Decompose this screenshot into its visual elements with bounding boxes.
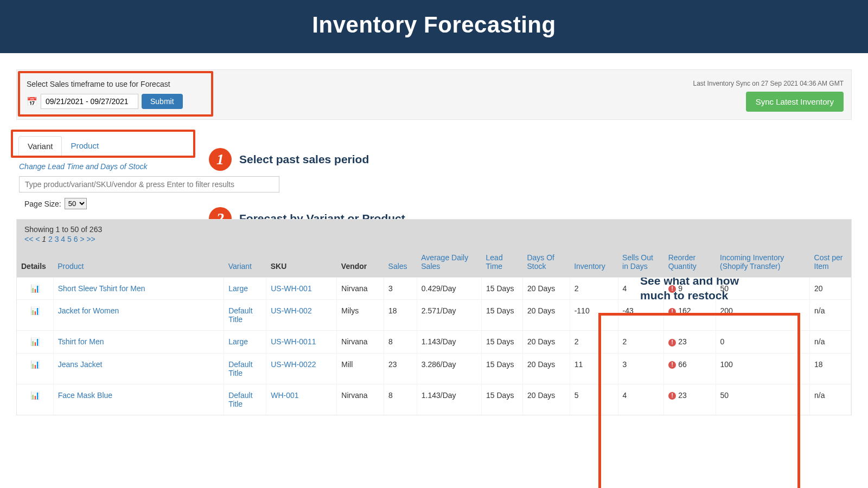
- inv-cell: 5: [570, 384, 618, 415]
- avg-cell: 1.143/Day: [417, 384, 481, 415]
- sku-link[interactable]: US-WH-0022: [271, 360, 316, 369]
- lead-cell: 15 Days: [482, 300, 523, 331]
- sync-button[interactable]: Sync Latest Inventory: [746, 92, 844, 112]
- col-cost[interactable]: Cost per Item: [810, 248, 851, 278]
- timeframe-label: Select Sales timeframe to use for Foreca…: [27, 80, 205, 88]
- variant-link[interactable]: Default Title: [228, 306, 252, 324]
- vendor-cell: Nirvana: [337, 278, 384, 300]
- calendar-icon: 📅: [27, 97, 37, 107]
- warning-icon: !: [668, 285, 676, 293]
- inv-cell: -110: [570, 300, 618, 331]
- chart-icon[interactable]: 📊: [30, 337, 40, 346]
- page-size: Page Size: 50: [24, 198, 868, 209]
- sync-box: Last Inventory Sync on 27 Sep 2021 04:36…: [693, 80, 844, 112]
- chart-icon[interactable]: 📊: [30, 306, 40, 315]
- avg-cell: 1.143/Day: [417, 331, 481, 353]
- sku-link[interactable]: US-WH-002: [271, 306, 311, 315]
- lead-cell: 15 Days: [482, 278, 523, 300]
- product-link[interactable]: Face Mask Blue: [58, 391, 112, 400]
- product-link[interactable]: Jeans Jacket: [58, 360, 103, 369]
- col-product[interactable]: Product: [53, 248, 224, 278]
- reorder-cell: !162: [664, 300, 716, 331]
- forecast-table: Details Product Variant SKU Vendor Sales…: [17, 248, 851, 415]
- col-reorder[interactable]: Reorder Quantity: [664, 248, 716, 278]
- sku-link[interactable]: US-WH-0011: [271, 337, 316, 346]
- variant-link[interactable]: Large: [228, 284, 248, 293]
- submit-button[interactable]: Submit: [142, 94, 183, 109]
- avg-cell: 2.571/Day: [417, 300, 481, 331]
- product-link[interactable]: Short Sleev Tshirt for Men: [58, 284, 145, 293]
- sku-link[interactable]: WH-001: [271, 391, 298, 400]
- cost-cell: 20: [810, 278, 851, 300]
- table-row: 📊Jeans JacketDefault TitleUS-WH-0022Mill…: [17, 353, 851, 384]
- chart-icon[interactable]: 📊: [30, 284, 40, 293]
- reorder-cell: !66: [664, 353, 716, 384]
- page-title: Inventory Forecasting: [0, 12, 868, 38]
- col-lead[interactable]: Lead Time: [482, 248, 523, 278]
- avg-cell: 0.429/Day: [417, 278, 481, 300]
- incoming-cell: 200: [716, 300, 809, 331]
- product-link[interactable]: Tshirt for Men: [58, 337, 104, 346]
- sells-cell: 4: [618, 278, 664, 300]
- col-variant[interactable]: Variant: [224, 248, 266, 278]
- col-details: Details: [17, 248, 53, 278]
- col-inv[interactable]: Inventory: [570, 248, 618, 278]
- dos-cell: 20 Days: [522, 331, 570, 353]
- vendor-cell: Milys: [337, 300, 384, 331]
- avg-cell: 3.286/Day: [417, 353, 481, 384]
- inv-cell: 2: [570, 278, 618, 300]
- variant-link[interactable]: Default Title: [228, 360, 252, 377]
- filter-input[interactable]: [19, 176, 279, 192]
- vendor-cell: Nirvana: [337, 384, 384, 415]
- tab-product[interactable]: Product: [62, 136, 107, 156]
- annotation-1: 1 Select past sales period: [209, 148, 369, 171]
- incoming-cell: 50: [716, 278, 809, 300]
- warning-icon: !: [668, 361, 676, 369]
- sku-link[interactable]: US-WH-001: [271, 284, 311, 293]
- chart-icon[interactable]: 📊: [30, 391, 40, 400]
- dos-cell: 20 Days: [522, 384, 570, 415]
- col-avg[interactable]: Average Daily Sales: [417, 248, 481, 278]
- lead-cell: 15 Days: [482, 384, 523, 415]
- inv-cell: 2: [570, 331, 618, 353]
- dos-cell: 20 Days: [522, 353, 570, 384]
- sales-cell: 8: [384, 384, 417, 415]
- reorder-cell: !23: [664, 331, 716, 353]
- product-link[interactable]: Jacket for Women: [58, 306, 119, 315]
- table-row: 📊Face Mask BlueDefault TitleWH-001Nirvan…: [17, 384, 851, 415]
- change-lead-time-link[interactable]: Change Lead Time and Days of Stock: [19, 162, 147, 171]
- table-info: Showing 1 to 50 of 263 << < 1 2 3 4 5 6 …: [17, 220, 851, 248]
- incoming-cell: 0: [716, 331, 809, 353]
- chart-icon[interactable]: 📊: [30, 360, 40, 369]
- variant-link[interactable]: Default Title: [228, 391, 252, 408]
- col-sells[interactable]: Sells Out in Days: [618, 248, 664, 278]
- annotation-1-text: Select past sales period: [239, 153, 369, 166]
- sells-cell: 3: [618, 353, 664, 384]
- reorder-cell: !9: [664, 278, 716, 300]
- col-sales[interactable]: Sales: [384, 248, 417, 278]
- table-row: 📊Tshirt for MenLargeUS-WH-0011Nirvana81.…: [17, 331, 851, 353]
- sells-cell: 4: [618, 384, 664, 415]
- tab-variant[interactable]: Variant: [18, 136, 62, 156]
- page-header: Inventory Forecasting: [0, 0, 868, 53]
- col-incoming[interactable]: Incoming Inventory (Shopify Transfer): [716, 248, 809, 278]
- tabs-box: Variant Product: [11, 130, 195, 158]
- vendor-cell: Nirvana: [337, 331, 384, 353]
- date-range-input[interactable]: [41, 94, 138, 109]
- vendor-cell: Mill: [337, 353, 384, 384]
- table-row: 📊Short Sleev Tshirt for MenLargeUS-WH-00…: [17, 278, 851, 300]
- showing-text: Showing 1 to 50 of 263: [24, 225, 844, 234]
- variant-link[interactable]: Large: [228, 337, 248, 346]
- col-dos[interactable]: Days Of Stock: [522, 248, 570, 278]
- incoming-cell: 100: [716, 353, 809, 384]
- timeframe-box: Select Sales timeframe to use for Foreca…: [18, 71, 213, 117]
- sells-cell: 2: [618, 331, 664, 353]
- table-row: 📊Jacket for WomenDefault TitleUS-WH-002M…: [17, 300, 851, 331]
- sales-cell: 18: [384, 300, 417, 331]
- sales-cell: 23: [384, 353, 417, 384]
- top-controls: Select Sales timeframe to use for Foreca…: [16, 69, 852, 120]
- pager[interactable]: << < 1 2 3 4 5 6 > >>: [24, 235, 844, 243]
- cost-cell: n/a: [810, 331, 851, 353]
- page-size-select[interactable]: 50: [65, 198, 87, 209]
- lead-cell: 15 Days: [482, 331, 523, 353]
